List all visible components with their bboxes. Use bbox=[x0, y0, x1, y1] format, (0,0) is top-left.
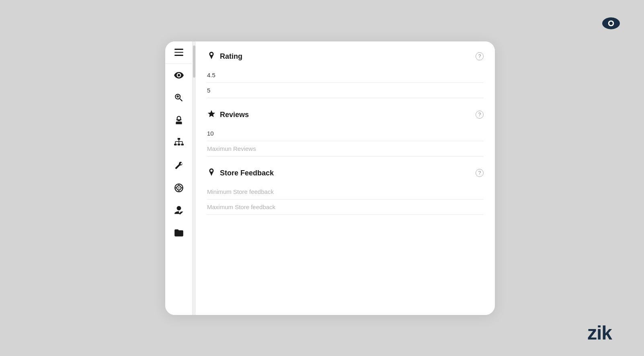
reviews-title: Reviews bbox=[220, 111, 472, 119]
store-feedback-header: Store Feedback ? bbox=[207, 168, 484, 179]
max-rating-value: 5 bbox=[207, 87, 210, 94]
rating-title: Rating bbox=[220, 52, 472, 61]
main-card: Rating ? 4.5 5 Reviews ? 10 bbox=[165, 41, 495, 315]
sidebar-item-target[interactable] bbox=[165, 177, 192, 199]
sidebar bbox=[165, 41, 193, 315]
rating-section: Rating ? 4.5 5 bbox=[207, 51, 484, 98]
scrollbar-track[interactable] bbox=[193, 41, 196, 315]
scrollbar-thumb[interactable] bbox=[193, 45, 195, 78]
max-reviews-field[interactable]: Maximun Reviews bbox=[207, 141, 484, 156]
svg-rect-7 bbox=[181, 144, 184, 145]
reviews-header: Reviews ? bbox=[207, 109, 484, 120]
sidebar-item-tools[interactable] bbox=[165, 154, 192, 177]
max-store-feedback-value: Maximum Store feedback bbox=[207, 204, 275, 210]
hamburger-icon bbox=[174, 49, 183, 56]
eye-icon bbox=[174, 70, 184, 80]
max-reviews-placeholder: Maximun Reviews bbox=[207, 145, 256, 152]
org-chart-icon bbox=[174, 138, 184, 148]
rating-header: Rating ? bbox=[207, 51, 484, 62]
svg-point-2 bbox=[609, 22, 613, 25]
store-feedback-title: Store Feedback bbox=[220, 169, 472, 177]
reviews-icon bbox=[207, 109, 216, 120]
top-eye-icon bbox=[602, 16, 620, 33]
svg-rect-6 bbox=[177, 144, 180, 145]
sidebar-item-eye[interactable] bbox=[165, 64, 192, 86]
user-secret-icon bbox=[174, 115, 184, 126]
sidebar-item-org-chart[interactable] bbox=[165, 132, 192, 154]
rating-help-icon[interactable]: ? bbox=[476, 52, 484, 60]
search-zoom-icon bbox=[174, 93, 184, 103]
reviews-section: Reviews ? 10 Maximun Reviews bbox=[207, 109, 484, 156]
svg-rect-5 bbox=[174, 144, 177, 145]
folder-icon bbox=[174, 228, 184, 238]
max-store-feedback-field[interactable]: Maximum Store feedback bbox=[207, 200, 484, 215]
svg-rect-3 bbox=[176, 119, 181, 120]
sidebar-item-search-zoom[interactable] bbox=[165, 86, 192, 109]
rating-icon bbox=[207, 51, 216, 62]
min-reviews-field[interactable]: 10 bbox=[207, 126, 484, 141]
min-store-feedback-field[interactable]: Minimum Store feedback bbox=[207, 184, 484, 200]
max-rating-field[interactable]: 5 bbox=[207, 83, 484, 98]
reviews-help-icon[interactable]: ? bbox=[476, 111, 484, 119]
min-rating-field[interactable]: 4.5 bbox=[207, 68, 484, 83]
svg-rect-4 bbox=[177, 138, 180, 140]
target-icon bbox=[174, 183, 184, 193]
user-edit-icon bbox=[174, 205, 184, 216]
content-area: Rating ? 4.5 5 Reviews ? 10 bbox=[196, 41, 495, 315]
sidebar-item-user-edit[interactable] bbox=[165, 199, 192, 222]
sidebar-item-folder[interactable] bbox=[165, 222, 192, 244]
store-feedback-icon bbox=[207, 168, 216, 179]
svg-point-16 bbox=[178, 187, 179, 188]
min-rating-value: 4.5 bbox=[207, 72, 215, 78]
store-feedback-help-icon[interactable]: ? bbox=[476, 169, 484, 177]
brand-name: zik bbox=[587, 322, 612, 344]
store-feedback-section: Store Feedback ? Minimum Store feedback … bbox=[207, 168, 484, 215]
min-reviews-value: 10 bbox=[207, 130, 214, 137]
hamburger-button[interactable] bbox=[165, 41, 192, 64]
min-store-feedback-value: Minimum Store feedback bbox=[207, 188, 274, 195]
tools-icon bbox=[174, 160, 184, 171]
sidebar-item-user-secret[interactable] bbox=[165, 109, 192, 132]
